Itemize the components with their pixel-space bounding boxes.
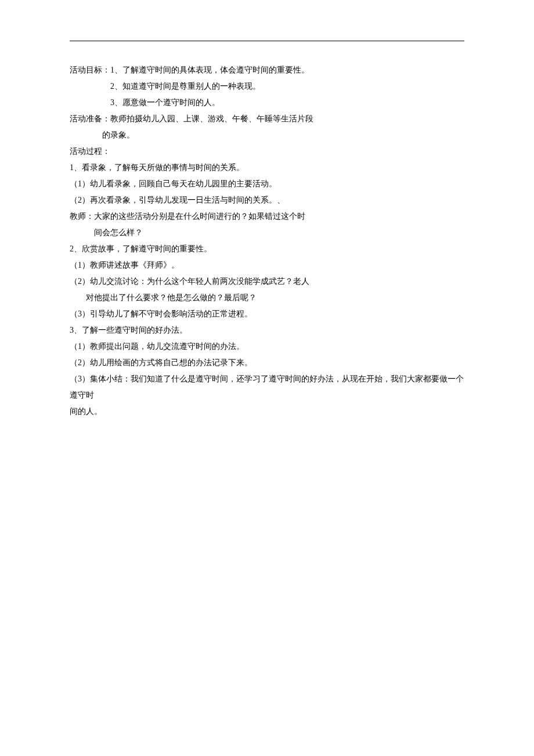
text-line: 2、欣赏故事，了解遵守时间的重要性。 [70, 241, 464, 257]
text-line: （2）幼儿交流讨论：为什么这个年轻人前两次没能学成武艺？老人 [70, 273, 464, 290]
text-line: 活动目标：1、了解遵守时间的具体表现，体会遵守时间的重要性。 [70, 62, 464, 78]
text-line: 3、了解一些遵守时间的好办法。 [70, 322, 464, 339]
text-line: 间会怎么样？ [70, 225, 464, 241]
text-line: 间的人。 [70, 404, 464, 420]
text-line: 3、愿意做一个遵守时间的人。 [70, 95, 464, 111]
text-line: 的录象。 [70, 127, 464, 143]
text-line: 1、看录象，了解每天所做的事情与时间的关系。 [70, 160, 464, 176]
text-line: （3）引导幼儿了解不守时会影响活动的正常进程。 [70, 306, 464, 322]
text-line: （1）教师讲述故事《拜师》。 [70, 257, 464, 273]
text-line: 教师：大家的这些活动分别是在什么时间进行的？如果错过这个时 [70, 208, 464, 225]
document-page: 活动目标：1、了解遵守时间的具体表现，体会遵守时间的重要性。 2、知道遵守时间是… [0, 0, 534, 443]
text-line: （2）幼儿用绘画的方式将自己想的办法记录下来。 [70, 355, 464, 371]
text-line: （3）集体小结：我们知道了什么是遵守时间，还学习了遵守时间的好办法，从现在开始，… [70, 371, 464, 404]
text-line: 活动过程： [70, 143, 464, 160]
text-line: 对他提出了什么要求？他是怎么做的？最后呢？ [70, 290, 464, 306]
text-line: （1）幼儿看录象，回顾自己每天在幼儿园里的主要活动。 [70, 176, 464, 192]
document-content: 活动目标：1、了解遵守时间的具体表现，体会遵守时间的重要性。 2、知道遵守时间是… [70, 62, 464, 420]
text-line: 2、知道遵守时间是尊重别人的一种表现。 [70, 78, 464, 95]
text-line: 活动准备：教师拍摄幼儿入园、上课、游戏、午餐、午睡等生活片段 [70, 111, 464, 127]
text-line: （2）再次看录象，引导幼儿发现一日生活与时间的关系。、 [70, 192, 464, 208]
text-line: （1）教师提出问题，幼儿交流遵守时间的办法。 [70, 339, 464, 355]
top-divider [70, 41, 464, 41]
